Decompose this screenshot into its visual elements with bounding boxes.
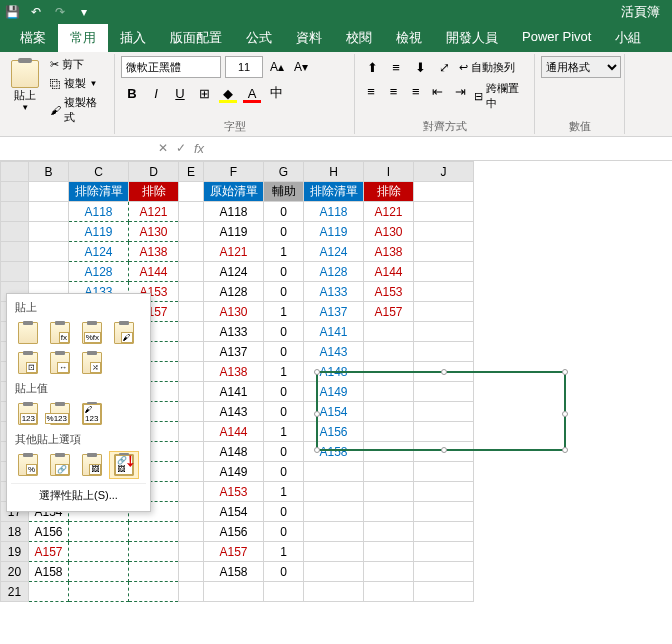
cell[interactable]: 0	[264, 382, 304, 402]
cell[interactable]: A149	[304, 382, 364, 402]
tab-檢視[interactable]: 檢視	[384, 24, 434, 52]
undo-icon[interactable]: ↶	[28, 4, 44, 20]
cell[interactable]	[414, 262, 474, 282]
row-header[interactable]: 21	[1, 582, 29, 602]
cell[interactable]	[414, 222, 474, 242]
header-cell[interactable]: 輔助	[264, 182, 304, 202]
cell[interactable]	[29, 222, 69, 242]
cell[interactable]	[179, 282, 204, 302]
paste-link-icon[interactable]: 🔗	[45, 451, 75, 479]
cell[interactable]	[414, 282, 474, 302]
cell[interactable]: A144	[364, 262, 414, 282]
cell[interactable]	[179, 262, 204, 282]
column-header-B[interactable]: B	[29, 162, 69, 182]
paste-values-source-icon[interactable]: 🖌123	[77, 400, 107, 428]
column-header-F[interactable]: F	[204, 162, 264, 182]
header-cell[interactable]	[179, 182, 204, 202]
cancel-icon[interactable]: ✕	[158, 141, 168, 156]
paste-column-widths-icon[interactable]: ↔	[45, 349, 75, 377]
cell[interactable]: A156	[204, 522, 264, 542]
cell[interactable]	[364, 542, 414, 562]
name-box[interactable]	[0, 137, 150, 160]
cell[interactable]	[179, 562, 204, 582]
cell[interactable]: A138	[364, 242, 414, 262]
cell[interactable]: A158	[29, 562, 69, 582]
tab-常用[interactable]: 常用	[58, 24, 108, 52]
cell[interactable]: 0	[264, 442, 304, 462]
cell[interactable]: A144	[204, 422, 264, 442]
header-cell[interactable]: 排除清單	[69, 182, 129, 202]
paste-values-icon[interactable]: 123	[13, 400, 43, 428]
cell[interactable]	[414, 582, 474, 602]
cell[interactable]: 1	[264, 242, 304, 262]
phonetic-button[interactable]: 中	[265, 82, 287, 104]
cell[interactable]	[129, 582, 179, 602]
cell[interactable]: A156	[304, 422, 364, 442]
cell[interactable]: A121	[364, 202, 414, 222]
cell[interactable]	[304, 482, 364, 502]
cell[interactable]: 0	[264, 222, 304, 242]
cell[interactable]: A137	[204, 342, 264, 362]
cell[interactable]: A119	[69, 222, 129, 242]
cell[interactable]	[129, 542, 179, 562]
cell[interactable]	[364, 342, 414, 362]
cell[interactable]	[129, 562, 179, 582]
cell[interactable]: A141	[304, 322, 364, 342]
cell[interactable]: A128	[69, 262, 129, 282]
cell[interactable]	[179, 302, 204, 322]
tab-資料[interactable]: 資料	[284, 24, 334, 52]
border-button[interactable]: ⊞	[193, 82, 215, 104]
cell[interactable]: 1	[264, 542, 304, 562]
cell[interactable]: 0	[264, 262, 304, 282]
row-header[interactable]	[1, 242, 29, 262]
row-header[interactable]	[1, 202, 29, 222]
increase-font-button[interactable]: A▴	[267, 56, 287, 78]
bold-button[interactable]: B	[121, 82, 143, 104]
cell[interactable]: A118	[69, 202, 129, 222]
cell[interactable]	[414, 442, 474, 462]
cell[interactable]: 0	[264, 322, 304, 342]
cell[interactable]: A124	[204, 262, 264, 282]
align-right-button[interactable]: ≡	[406, 80, 426, 102]
paste-button[interactable]: 貼上 ▼	[6, 56, 44, 116]
qat-customize-icon[interactable]: ▾	[76, 4, 92, 20]
align-left-button[interactable]: ≡	[361, 80, 381, 102]
redo-icon[interactable]: ↷	[52, 4, 68, 20]
tab-校閱[interactable]: 校閱	[334, 24, 384, 52]
font-size-input[interactable]	[225, 56, 263, 78]
cell[interactable]	[264, 582, 304, 602]
cell[interactable]: A158	[304, 442, 364, 462]
cell[interactable]: A130	[204, 302, 264, 322]
cell[interactable]: 1	[264, 362, 304, 382]
cell[interactable]: A158	[204, 562, 264, 582]
cell[interactable]: A157	[29, 542, 69, 562]
cell[interactable]	[364, 362, 414, 382]
cell[interactable]: A119	[204, 222, 264, 242]
header-cell[interactable]: 排除	[364, 182, 414, 202]
cell[interactable]: A148	[304, 362, 364, 382]
cell[interactable]	[179, 202, 204, 222]
align-center-button[interactable]: ≡	[383, 80, 403, 102]
cell[interactable]	[179, 222, 204, 242]
column-header-G[interactable]: G	[264, 162, 304, 182]
align-middle-button[interactable]: ≡	[385, 56, 407, 78]
row-header[interactable]	[1, 182, 29, 202]
row-header[interactable]: 20	[1, 562, 29, 582]
cell[interactable]	[129, 522, 179, 542]
cell[interactable]	[364, 462, 414, 482]
paste-formulas-icon[interactable]: fx	[45, 319, 75, 347]
row-header[interactable]	[1, 222, 29, 242]
cell[interactable]	[179, 462, 204, 482]
cell[interactable]	[414, 542, 474, 562]
italic-button[interactable]: I	[145, 82, 167, 104]
cell[interactable]	[304, 582, 364, 602]
cell[interactable]: 0	[264, 462, 304, 482]
cell[interactable]: A141	[204, 382, 264, 402]
font-color-button[interactable]: A	[241, 82, 263, 104]
cell[interactable]	[414, 522, 474, 542]
cell[interactable]	[304, 462, 364, 482]
cell[interactable]: A143	[204, 402, 264, 422]
cell[interactable]: A118	[304, 202, 364, 222]
cell[interactable]	[29, 202, 69, 222]
cell[interactable]	[364, 522, 414, 542]
